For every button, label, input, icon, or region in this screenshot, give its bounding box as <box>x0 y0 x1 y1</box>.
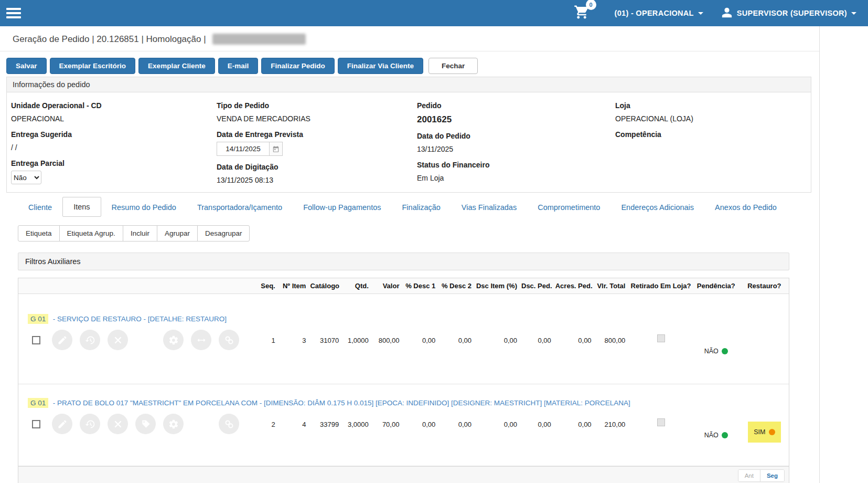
col-valor: Valor <box>373 278 404 294</box>
filters-panel[interactable]: Filtros Auxiliares <box>18 253 789 270</box>
tab-finalizacao[interactable]: Finalização <box>392 198 451 217</box>
field-label: Loja <box>615 101 811 110</box>
field-label: Pedido <box>417 101 615 110</box>
incluir-button[interactable]: Incluir <box>123 225 157 242</box>
col-pendencia: Pendência? <box>692 278 740 294</box>
cell-dsc-item: 0,00 <box>476 323 521 384</box>
row-select-checkbox[interactable] <box>32 336 40 344</box>
hamburger-menu-icon[interactable] <box>6 6 21 20</box>
cell-dsc-item: 0,00 <box>476 407 521 466</box>
field-value: VENDA DE MERCADORIAS <box>217 114 417 123</box>
col-desc2: % Desc 2 <box>440 278 476 294</box>
cell-vlr-total: 800,00 <box>596 323 630 384</box>
col-acres-ped: Acres. Ped. <box>555 278 596 294</box>
items-toolbar: Etiqueta Etiqueta Agrup. Incluir Agrupar… <box>18 225 250 242</box>
partial-delivery-select[interactable]: Não <box>11 171 41 184</box>
finalize-order-button[interactable]: Finalizar Pedido <box>261 58 335 74</box>
context-dropdown[interactable]: (01) - OPERACIONAL <box>615 9 703 17</box>
item-row: 1 3 31070 1,0000 800,00 0,00 0,00 0,00 0… <box>18 323 789 384</box>
retirado-checkbox <box>657 418 665 426</box>
cell-n-item: 4 <box>280 407 310 466</box>
col-desc1: % Desc 1 <box>403 278 440 294</box>
order-info-col-4: Loja OPERACIONAL (LOJA) Competência <box>615 94 811 185</box>
order-number: 2001625 <box>417 114 615 125</box>
col-vlr-total: Vlr. Total <box>596 278 630 294</box>
field-value: 13/11/2025 08:13 <box>217 176 417 185</box>
col-n-item: Nº Item <box>280 278 310 294</box>
user-icon <box>721 7 733 20</box>
agrupar-button[interactable]: Agrupar <box>157 225 198 242</box>
history-icon <box>80 414 100 434</box>
cart-button[interactable]: 0 <box>574 4 590 22</box>
col-dsc-ped: Dsc. Ped. <box>521 278 555 294</box>
tab-anexos-do-pedido[interactable]: Anexos do Pedido <box>704 198 787 217</box>
cell-qtd: 3,0000 <box>343 407 373 466</box>
next-page-button[interactable]: Seg <box>760 470 784 481</box>
field-label: Status do Financeiro <box>417 161 615 169</box>
item-description-link[interactable]: - PRATO DE BOLO 017 "MAESTRICHT" EM PORC… <box>53 399 630 407</box>
order-info-col-3: Pedido 2001625 Data do Pedido 13/11/2025… <box>417 94 615 185</box>
history-icon <box>80 330 100 350</box>
chevron-down-icon <box>698 12 703 15</box>
row-select-checkbox[interactable] <box>32 420 40 428</box>
cell-restauro <box>740 323 789 384</box>
cart-icon <box>574 13 590 22</box>
tab-comprometimento[interactable]: Comprometimento <box>527 198 610 217</box>
settings-icon <box>163 414 184 434</box>
field-label: Data de Entrega Prevista <box>217 130 417 139</box>
tab-itens[interactable]: Itens <box>62 197 101 217</box>
order-info-panel: Informações do pedido Unidade Operaciona… <box>6 77 811 193</box>
field-value: Em Loja <box>417 174 615 183</box>
item-group-2: G 01 - PRATO DE BOLO 017 "MAESTRICHT" EM… <box>18 384 789 466</box>
tab-vias-finalizadas[interactable]: Vias Finalizadas <box>451 198 527 217</box>
cell-dsc-ped: 0,00 <box>521 323 555 384</box>
etiqueta-agrup-button[interactable]: Etiqueta Agrup. <box>59 225 123 242</box>
cell-valor: 70,00 <box>373 407 404 466</box>
order-toolbar: Salvar Exemplar Escritório Exemplar Clie… <box>6 58 811 74</box>
tab-resumo-do-pedido[interactable]: Resumo do Pedido <box>101 198 187 217</box>
delete-icon <box>108 414 128 434</box>
calendar-icon[interactable] <box>269 142 283 156</box>
client-copy-button[interactable]: Exemplar Cliente <box>138 58 215 74</box>
office-copy-button[interactable]: Exemplar Escritório <box>50 58 136 74</box>
group-code-badge: G 01 <box>28 398 48 408</box>
restauro-status-badge: SIM <box>748 422 780 443</box>
field-label: Data de Digitação <box>217 163 417 171</box>
user-dropdown[interactable]: SUPERVISOR (SUPERVISOR) <box>721 7 856 20</box>
group-code-badge: G 01 <box>28 314 48 324</box>
finalize-via-client-button[interactable]: Finalizar Via Cliente <box>338 58 423 74</box>
field-value: / / <box>11 143 217 152</box>
expected-delivery-date-input[interactable] <box>217 142 269 156</box>
close-button[interactable]: Fechar <box>428 58 478 74</box>
etiqueta-button[interactable]: Etiqueta <box>18 225 60 242</box>
link-icon <box>219 414 239 434</box>
pagination-bar: Ant Seg <box>18 466 789 483</box>
items-table: Seq. Nº Item Catálogo Qtd. Valor % Desc … <box>18 278 789 483</box>
tab-transportadora-icamento[interactable]: Transportadora/Içamento <box>187 198 293 217</box>
previous-page-button[interactable]: Ant <box>738 470 760 481</box>
link-icon <box>219 330 239 350</box>
breadcrumb: Geração de Pedido | 20.126851 | Homologa… <box>0 26 819 51</box>
top-navbar: 0 (01) - OPERACIONAL SUPERVISOR (SUPERVI… <box>0 0 868 26</box>
field-value: 13/11/2025 <box>417 145 615 154</box>
tab-cliente[interactable]: Cliente <box>18 198 62 217</box>
cell-n-item: 3 <box>280 323 310 384</box>
email-button[interactable]: E-mail <box>218 58 259 74</box>
edit-icon <box>52 330 72 350</box>
tab-enderecos-adicionais[interactable]: Endereços Adicionais <box>610 198 704 217</box>
tab-followup-pagamentos[interactable]: Follow-up Pagamentos <box>293 198 391 217</box>
pendencia-status: NÃO <box>704 334 728 355</box>
field-value <box>615 143 811 152</box>
col-dsc-item: Dsc Item (%) <box>476 278 521 294</box>
desagrupar-button[interactable]: Desagrupar <box>197 225 250 242</box>
item-description-link[interactable]: - SERVIÇO DE RESTAURO - [DETALHE: RESTAU… <box>53 315 227 323</box>
empty-slot <box>135 330 156 350</box>
status-orange-dot <box>769 429 775 435</box>
cell-catalogo: 33799 <box>310 407 343 466</box>
cell-vlr-total: 210,00 <box>596 407 630 466</box>
page-title: Geração de Pedido | 20.126851 | Homologa… <box>13 34 206 45</box>
save-button[interactable]: Salvar <box>6 58 47 74</box>
field-label: Entrega Parcial <box>11 159 217 167</box>
status-green-dot <box>722 348 728 354</box>
order-info-col-2: Tipo de Pedido VENDA DE MERCADORIAS Data… <box>217 94 417 185</box>
